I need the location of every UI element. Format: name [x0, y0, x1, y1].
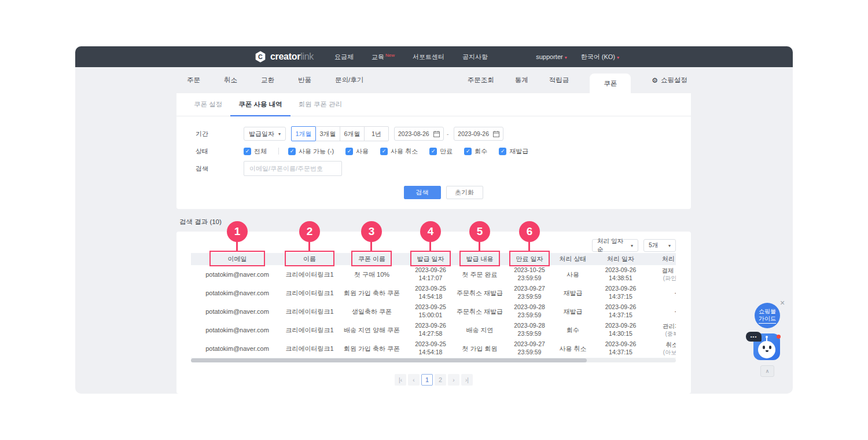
cell-process-detail: - [648, 289, 676, 297]
status-divider [278, 148, 279, 155]
calendar-icon [433, 131, 440, 137]
sort-order-select[interactable]: 처리 일자순 ▾ [592, 239, 638, 252]
date-type-select[interactable]: 발급일자 ▾ [244, 127, 286, 141]
new-badge: New [385, 53, 395, 58]
chevron-down-icon: ▾ [668, 243, 671, 248]
subnav-item-statistics[interactable]: 통계 [515, 76, 528, 85]
top-menu-notice[interactable]: 공지사항 [462, 53, 488, 61]
tab-member-coupon-management[interactable]: 회원 쿠폰 관리 [290, 93, 350, 116]
range-1month-button[interactable]: 1개월 [291, 126, 316, 141]
coupon-table: 이메일 이름 쿠폰 이름 발급 일자 발급 내용 만료 일자 처리 상태 처리 … [191, 253, 676, 358]
language-dropdown[interactable]: 한국어 (KO)▾ [581, 53, 619, 61]
status-checkbox-retrieved[interactable]: ✓회수 [464, 147, 487, 156]
date-line: 2023-09-27 [506, 285, 553, 293]
date-line: 2023-09-28 [506, 322, 553, 330]
pagination-last-button[interactable]: ›| [461, 374, 473, 386]
creatorlink-logo-icon: C [255, 51, 266, 63]
reset-button[interactable]: 초기화 [446, 186, 483, 199]
shop-settings-link[interactable]: ⚙ 쇼핑설정 [652, 76, 687, 85]
date-from-input[interactable]: 2023-08-26 [394, 127, 444, 141]
page-size-value: 5개 [649, 241, 658, 250]
cell-process-detail: - [648, 307, 676, 316]
cell-process-date: 2023-09-2614:38:51 [593, 266, 648, 282]
status-checkbox-all[interactable]: ✓전체 [244, 147, 267, 156]
coupon-tabs: 쿠폰 설정 쿠폰 사용 내역 회원 쿠폰 관리 [176, 93, 691, 116]
subnav-item-orders[interactable]: 주문 [187, 76, 200, 85]
subnav-item-order-search[interactable]: 주문조회 [468, 76, 494, 85]
subnav-item-exchange[interactable]: 교환 [261, 76, 274, 85]
time-line: 14:17:07 [408, 274, 453, 283]
time-line: 14:54:18 [408, 349, 453, 357]
subnav-item-points[interactable]: 적립금 [549, 76, 569, 85]
date-line: 2023-09-26 [593, 340, 648, 349]
callout-stem [236, 241, 238, 251]
checkbox-checked-icon: ✓ [345, 148, 353, 155]
subnav-item-cancel[interactable]: 취소 [224, 76, 237, 85]
status-checkbox-expired[interactable]: ✓만료 [429, 147, 453, 156]
table-row: potatokim@naver.com 크리에이터링크1 배송 지연 양해 쿠폰… [191, 321, 676, 339]
horizontal-scrollbar-thumb[interactable] [191, 358, 587, 362]
cell-issue-detail: 배송 지연 [453, 326, 506, 335]
time-line: 15:00:01 [408, 311, 453, 320]
pagination-first-button[interactable]: |‹ [395, 374, 406, 386]
creatorlink-logo[interactable]: C creatorlink [255, 51, 314, 63]
range-1year-button[interactable]: 1년 [364, 126, 389, 141]
search-input[interactable] [244, 161, 342, 176]
top-account-area: supporter▾ 한국어 (KO)▾ [536, 53, 619, 61]
range-3month-button[interactable]: 3개월 [315, 126, 340, 141]
cell-coupon-name: 생일축하 쿠폰 [336, 307, 408, 316]
callout-4: 4 [420, 221, 441, 242]
period-range-buttons: 1개월 3개월 6개월 1년 [291, 126, 389, 141]
date-to-input[interactable]: 2023-09-26 [454, 127, 503, 141]
svg-text:C: C [258, 53, 263, 60]
date-line: 2023-09-27 [506, 340, 553, 349]
top-menu-education[interactable]: 교육New [372, 53, 395, 61]
status-checkbox-reissued[interactable]: ✓재발급 [499, 147, 528, 156]
time-line: 14:54:18 [408, 293, 453, 301]
search-button[interactable]: 검색 [404, 186, 441, 199]
status-checkbox-usable[interactable]: ✓사용 가능 (-) [288, 147, 334, 156]
pagination-prev-button[interactable]: ‹ [408, 374, 420, 386]
checkbox-checked-icon: ✓ [380, 148, 388, 155]
tab-coupon-usage-history[interactable]: 쿠폰 사용 내역 [230, 93, 290, 116]
page-size-select[interactable]: 5개 ▾ [643, 239, 676, 252]
status-checkbox-use-cancel[interactable]: ✓사용 취소 [380, 147, 418, 156]
tab-coupon-settings[interactable]: 쿠폰 설정 [186, 93, 230, 116]
date-line: 2023-09-26 [408, 322, 453, 330]
time-line: 23:59:59 [506, 349, 553, 357]
pagination-page-2[interactable]: 2 [435, 374, 446, 386]
time-line: 14:37:15 [593, 311, 648, 320]
callout-6: 6 [519, 221, 540, 242]
cell-expire-date: 2023-09-2723:59:59 [506, 340, 553, 356]
cell-process-detail: 결제 시 사(파인애플 [648, 267, 676, 283]
horizontal-scrollbar-track[interactable] [191, 358, 676, 362]
cell-process-status: 사용 취소 [553, 344, 593, 353]
subnav-item-inquiry-review[interactable]: 문의/후기 [335, 76, 363, 85]
sort-controls: 처리 일자순 ▾ 5개 ▾ [592, 239, 676, 252]
cell-issue-date: 2023-09-2514:54:18 [408, 285, 453, 300]
date-line: 2023-10-25 [506, 266, 553, 274]
cell-process-date: 2023-09-2614:37:15 [593, 285, 648, 300]
pagination-page-1[interactable]: 1 [421, 374, 433, 386]
status-checkbox-used[interactable]: ✓사용 [345, 147, 369, 156]
range-6month-button[interactable]: 6개월 [340, 126, 365, 141]
top-menu-support-center[interactable]: 서포트센터 [413, 53, 444, 61]
date-type-value: 발급일자 [249, 130, 274, 138]
top-menu-pricing[interactable]: 요금제 [334, 53, 354, 61]
cell-process-status: 재발급 [553, 289, 593, 298]
table-row: potatokim@naver.com 크리에이터링크1 회원 가입 축하 쿠폰… [191, 284, 676, 302]
account-dropdown[interactable]: supporter▾ [536, 53, 567, 60]
pagination-next-button[interactable]: › [448, 374, 459, 386]
cell-coupon-name: 회원 가입 축하 쿠폰 [336, 289, 408, 298]
subnav-tab-coupon-active[interactable]: 쿠폰 [590, 74, 631, 93]
highlight-box-email [209, 251, 265, 266]
subnav-item-return[interactable]: 반품 [298, 76, 311, 85]
shop-guide-bubble[interactable]: 쇼핑몰 가이드 [755, 303, 780, 328]
scroll-to-top-button[interactable]: ∧ [760, 365, 774, 377]
checkbox-checked-icon: ✓ [429, 148, 437, 155]
cell-name: 크리에이터링크1 [284, 326, 336, 335]
guide-close-icon[interactable]: × [780, 299, 785, 307]
status-label: 상태 [196, 147, 244, 156]
time-line: 14:27:58 [408, 330, 453, 338]
callout-stem [308, 241, 310, 251]
